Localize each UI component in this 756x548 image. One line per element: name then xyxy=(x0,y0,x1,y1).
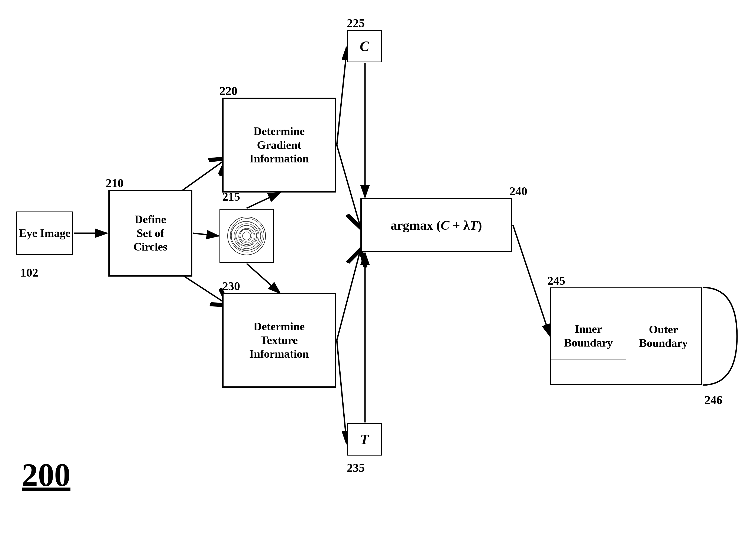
svg-line-5 xyxy=(337,54,346,145)
svg-line-8 xyxy=(337,145,360,225)
t-label: T xyxy=(360,431,369,447)
gradient-info-label: DetermineGradientInformation xyxy=(249,124,309,165)
diagram-container: Eye Image 102 DefineSet ofCircles 210 21… xyxy=(0,0,756,548)
svg-point-16 xyxy=(243,232,251,240)
ref-245: 245 xyxy=(547,274,565,288)
ref-220: 220 xyxy=(219,84,237,98)
ref-246: 246 xyxy=(705,393,722,407)
inner-boundary-section: Inner Boundary xyxy=(551,313,626,360)
svg-line-10 xyxy=(247,263,280,294)
svg-line-15 xyxy=(513,225,550,336)
diagram-number: 200 xyxy=(22,456,70,494)
boundary-box: Inner Boundary Outer Boundary xyxy=(550,288,702,385)
svg-point-25 xyxy=(233,223,260,248)
svg-line-14 xyxy=(337,252,360,340)
argmax-label: argmax (C + λT) xyxy=(390,218,482,233)
eye-image-box: Eye Image xyxy=(16,211,73,255)
ref-102: 102 xyxy=(20,266,38,280)
define-circles-box: DefineSet ofCircles xyxy=(108,190,192,277)
gradient-info-box: DetermineGradientInformation xyxy=(222,98,336,192)
svg-point-20 xyxy=(234,224,259,248)
texture-info-box: DetermineTextureInformation xyxy=(222,293,336,388)
ref-210: 210 xyxy=(106,176,124,190)
outer-boundary-label: Outer Boundary xyxy=(626,323,701,350)
circles-spiral xyxy=(219,209,274,263)
ref-225: 225 xyxy=(347,16,365,30)
ref-235: 235 xyxy=(347,461,365,475)
svg-point-17 xyxy=(240,229,252,241)
t-box: T xyxy=(347,423,382,456)
outer-boundary-section: Outer Boundary xyxy=(626,313,701,360)
svg-line-11 xyxy=(337,340,346,439)
ref-230: 230 xyxy=(222,279,240,293)
inner-boundary-label: Inner Boundary xyxy=(551,322,626,350)
c-label: C xyxy=(360,38,369,54)
texture-info-label: DetermineTextureInformation xyxy=(249,320,309,361)
argmax-box: argmax (C + λT) xyxy=(360,198,512,252)
ref-240: 240 xyxy=(509,184,527,198)
svg-line-9 xyxy=(247,192,280,208)
eye-image-label: Eye Image xyxy=(19,226,70,240)
svg-line-3 xyxy=(193,233,219,236)
svg-point-23 xyxy=(228,217,266,255)
define-circles-label: DefineSet ofCircles xyxy=(133,212,167,253)
c-box: C xyxy=(347,30,382,62)
